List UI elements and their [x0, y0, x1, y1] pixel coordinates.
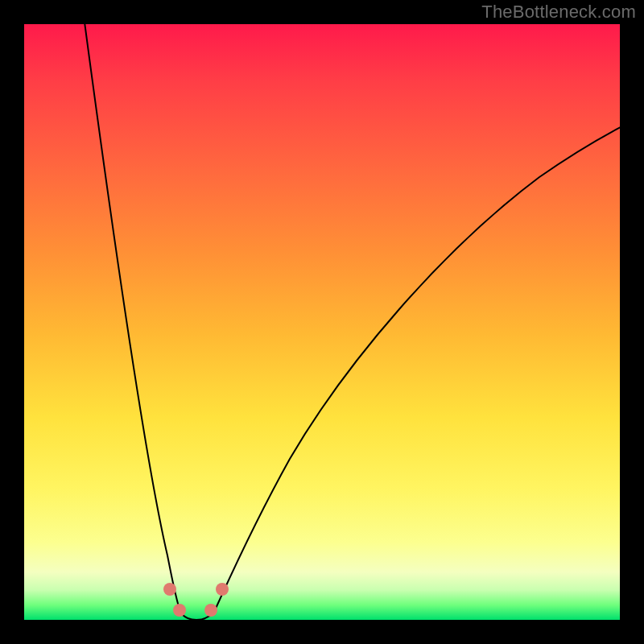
marker-dot	[216, 583, 229, 596]
frame: TheBottleneck.com	[0, 0, 644, 644]
watermark-text: TheBottleneck.com	[481, 2, 636, 23]
marker-dot	[204, 604, 217, 617]
marker-dot	[163, 583, 176, 596]
curve-right	[214, 119, 620, 612]
curve-left	[84, 24, 180, 612]
plot-area	[24, 24, 620, 620]
marker-dot	[173, 604, 186, 617]
bottleneck-curve	[24, 24, 620, 620]
